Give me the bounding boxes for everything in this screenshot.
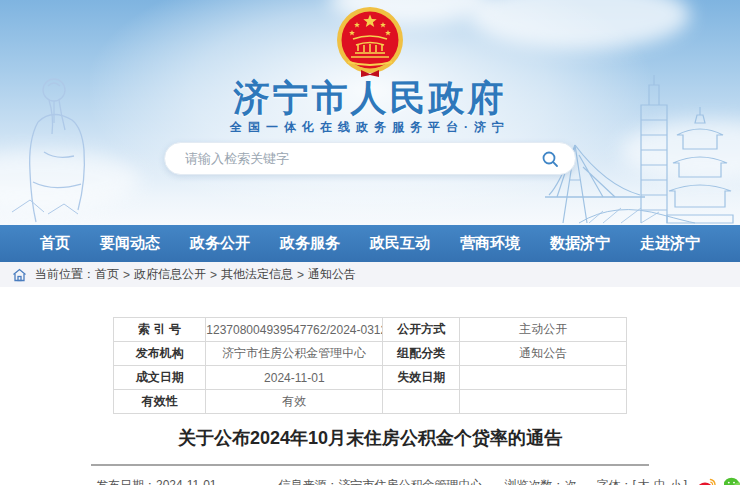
- breadcrumb-item-gov-info[interactable]: 政府信息公开: [134, 266, 206, 283]
- index-number-label: 索 引 号: [114, 318, 206, 342]
- weibo-share-icon[interactable]: [697, 476, 717, 485]
- info-source-value: 济宁市住房公积金管理中心: [339, 478, 483, 485]
- view-count-suffix: 次: [565, 478, 577, 485]
- search-input[interactable]: [185, 151, 539, 166]
- breadcrumb-item-home[interactable]: 首页: [95, 266, 119, 283]
- national-emblem: [335, 6, 405, 82]
- publish-date-value: 2024-11-01: [156, 478, 217, 485]
- breadcrumb-separator: >: [210, 268, 217, 282]
- category-label: 组配分类: [383, 342, 460, 366]
- article-meta: 发布日期：2024-11-01 信息来源：济宁市住房公积金管理中心 浏览次数：次…: [96, 476, 644, 485]
- publish-date: 发布日期：2024-11-01: [96, 477, 217, 485]
- nav-item-data[interactable]: 数据济宁: [550, 234, 610, 253]
- publicity-mode-label: 公开方式: [383, 318, 460, 342]
- share-buttons: [697, 476, 740, 485]
- issuing-agency-value: 济宁市住房公积金管理中心: [206, 342, 383, 366]
- nav-item-services[interactable]: 政务服务: [280, 234, 340, 253]
- font-size-control: 字体：[大中小]: [597, 477, 688, 485]
- table-row: 发布机构 济宁市住房公积金管理中心 组配分类 通知公告: [114, 342, 627, 366]
- empty-cell: [460, 390, 627, 414]
- empty-cell: [383, 390, 460, 414]
- category-value: 通知公告: [460, 342, 627, 366]
- search-bar: [164, 142, 576, 175]
- index-number-value: 123708004939547762/2024-03122: [206, 318, 383, 342]
- font-size-large-button[interactable]: 大: [638, 478, 650, 485]
- article-content: 索 引 号 123708004939547762/2024-03122 公开方式…: [0, 287, 740, 485]
- document-title: 关于公布2024年10月末住房公积金个贷率的通告: [0, 426, 740, 450]
- search-icon[interactable]: [539, 148, 561, 170]
- publish-date-label: 发布日期：: [96, 478, 156, 485]
- table-row: 索 引 号 123708004939547762/2024-03122 公开方式…: [114, 318, 627, 342]
- font-size-label: 字体：: [597, 478, 633, 485]
- nav-item-home[interactable]: 首页: [40, 234, 70, 253]
- site-subtitle: 全国一体化在线政务服务平台·济宁: [0, 119, 740, 136]
- info-source: 信息来源：济宁市住房公积金管理中心: [279, 477, 483, 485]
- breadcrumb-separator: >: [297, 268, 304, 282]
- issue-date-label: 成文日期: [114, 366, 206, 390]
- table-row: 有效性 有效: [114, 390, 627, 414]
- breadcrumb-separator: >: [123, 268, 130, 282]
- bracket: ]: [684, 478, 687, 485]
- main-nav: 首页 要闻动态 政务公开 政务服务 政民互动 营商环境 数据济宁 走进济宁: [0, 225, 740, 262]
- publicity-mode-value: 主动公开: [460, 318, 627, 342]
- font-size-medium-button[interactable]: 中: [654, 478, 666, 485]
- cloud-decor: [0, 150, 140, 210]
- document-info-table: 索 引 号 123708004939547762/2024-03122 公开方式…: [113, 317, 627, 414]
- site-header: 济宁市人民政府 全国一体化在线政务服务平台·济宁: [0, 0, 740, 225]
- wechat-share-icon[interactable]: [723, 476, 740, 485]
- nav-item-interact[interactable]: 政民互动: [370, 234, 430, 253]
- site-title: 济宁市人民政府: [0, 74, 740, 123]
- expiry-date-value: [460, 366, 627, 390]
- nav-item-news[interactable]: 要闻动态: [100, 234, 160, 253]
- nav-item-business[interactable]: 营商环境: [460, 234, 520, 253]
- issuing-agency-label: 发布机构: [114, 342, 206, 366]
- breadcrumb-item-legal-info[interactable]: 其他法定信息: [221, 266, 293, 283]
- font-size-small-button[interactable]: 小: [670, 478, 682, 485]
- breadcrumb-item-notices[interactable]: 通知公告: [308, 266, 356, 283]
- expiry-date-label: 失效日期: [383, 366, 460, 390]
- validity-label: 有效性: [114, 390, 206, 414]
- nav-item-about[interactable]: 走进济宁: [640, 234, 700, 253]
- issue-date-value: 2024-11-01: [206, 366, 383, 390]
- view-count-label: 浏览次数：: [505, 478, 565, 485]
- validity-value: 有效: [206, 390, 383, 414]
- nav-item-gov-open[interactable]: 政务公开: [190, 234, 250, 253]
- bracket: [: [633, 478, 636, 485]
- breadcrumb-prefix: 当前位置：: [35, 266, 95, 283]
- table-row: 成文日期 2024-11-01 失效日期: [114, 366, 627, 390]
- home-icon[interactable]: [12, 268, 27, 282]
- info-source-label: 信息来源：: [279, 478, 339, 485]
- cloud-decor: [470, 0, 690, 50]
- breadcrumb: 当前位置： 首页 > 政府信息公开 > 其他法定信息 > 通知公告: [0, 262, 740, 287]
- divider: [91, 464, 649, 466]
- view-count: 浏览次数：次: [505, 477, 577, 485]
